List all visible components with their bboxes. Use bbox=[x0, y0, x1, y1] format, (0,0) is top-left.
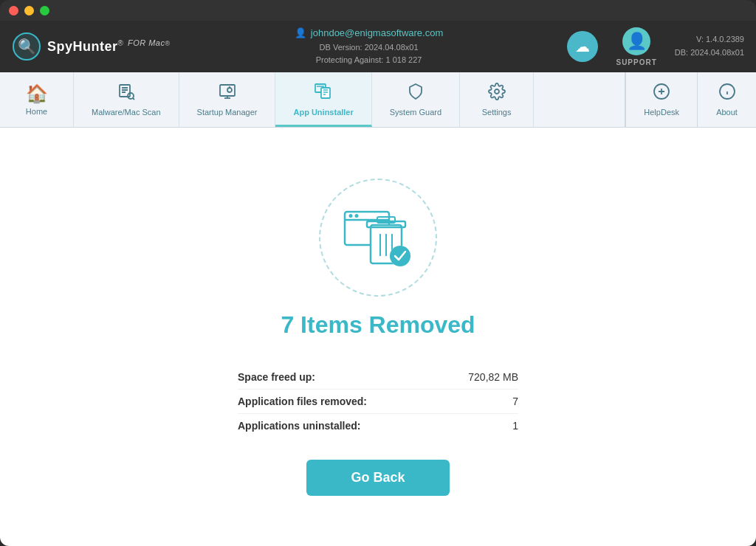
support-label: SUPPORT bbox=[616, 58, 656, 66]
stat-label-space: Space freed up: bbox=[238, 371, 315, 383]
nav-item-helpdesk[interactable]: HelpDesk bbox=[625, 72, 697, 127]
svg-point-7 bbox=[128, 93, 134, 99]
svg-point-20 bbox=[495, 89, 499, 94]
header-center: 👤 johndoe@enigmasoftware.com DB Version:… bbox=[171, 27, 568, 66]
user-email: 👤 johndoe@enigmasoftware.com bbox=[295, 27, 443, 38]
nav-label-app-uninstaller: App Uninstaller bbox=[293, 108, 353, 117]
header-bar: 🔍 SpyHunter® FOR Mac® 👤 johndoe@enigmaso… bbox=[0, 21, 756, 72]
version-db: DB: 2024.04.08x01 bbox=[675, 46, 744, 60]
nav-right: HelpDesk About bbox=[625, 72, 756, 127]
spyhunter-logo-icon: 🔍 bbox=[12, 32, 41, 61]
nav-label-startup-manager: Startup Manager bbox=[197, 108, 258, 117]
go-back-button[interactable]: Go Back bbox=[306, 460, 449, 496]
nav-label-home: Home bbox=[26, 107, 47, 116]
app-uninstaller-icon bbox=[314, 81, 333, 105]
home-icon: 🏠 bbox=[26, 83, 48, 104]
app-name: SpyHunter® FOR Mac® bbox=[47, 38, 171, 55]
nav-item-settings[interactable]: Settings bbox=[460, 72, 534, 127]
db-info: DB Version: 2024.04.08x01 Protecting Aga… bbox=[316, 41, 422, 66]
stat-value-files: 7 bbox=[512, 395, 518, 407]
stat-row-space: Space freed up: 720,82 MB bbox=[238, 365, 518, 390]
nav-item-startup-manager[interactable]: Startup Manager bbox=[179, 72, 276, 127]
header-right: ☁ 👤 SUPPORT V: 1.4.0.2389 DB: 2024.04.08… bbox=[567, 27, 744, 66]
main-content: 7 Items Removed Space freed up: 720,82 M… bbox=[0, 128, 756, 546]
maximize-button[interactable] bbox=[40, 6, 49, 15]
settings-icon bbox=[488, 83, 506, 105]
nav-item-app-uninstaller[interactable]: App Uninstaller bbox=[275, 72, 371, 127]
nav-item-system-guard[interactable]: System Guard bbox=[372, 72, 460, 127]
items-removed-title: 7 Items Removed bbox=[281, 311, 475, 339]
support-button[interactable]: 👤 SUPPORT bbox=[616, 27, 656, 66]
success-icon-container bbox=[319, 179, 437, 297]
nav-item-about[interactable]: About bbox=[697, 72, 756, 127]
nav-label-helpdesk: HelpDesk bbox=[644, 108, 679, 117]
stat-label-files: Application files removed: bbox=[238, 395, 367, 407]
nav-item-malware-scan[interactable]: Malware/Mac Scan bbox=[74, 72, 179, 127]
logo-area: 🔍 SpyHunter® FOR Mac® bbox=[12, 32, 171, 61]
helpdesk-icon bbox=[653, 83, 670, 105]
version-info: V: 1.4.0.2389 DB: 2024.04.08x01 bbox=[675, 33, 744, 59]
stat-value-space: 720,82 MB bbox=[468, 371, 518, 383]
logo-text: SpyHunter® FOR Mac® bbox=[47, 38, 171, 55]
nav-label-about: About bbox=[716, 108, 738, 117]
svg-line-8 bbox=[133, 98, 134, 100]
about-icon bbox=[718, 83, 736, 105]
stats-table: Space freed up: 720,82 MB Application fi… bbox=[238, 365, 518, 438]
nav-label-settings: Settings bbox=[482, 108, 512, 117]
stat-label-apps: Applications uninstalled: bbox=[238, 420, 360, 432]
stat-row-files: Application files removed: 7 bbox=[238, 390, 518, 414]
nav-label-malware-scan: Malware/Mac Scan bbox=[92, 108, 161, 117]
svg-point-12 bbox=[227, 88, 232, 92]
nav-label-system-guard: System Guard bbox=[390, 108, 441, 117]
version-number: V: 1.4.0.2389 bbox=[675, 33, 744, 46]
traffic-lights bbox=[9, 6, 49, 15]
download-icon[interactable]: ☁ bbox=[567, 31, 598, 62]
support-icon: 👤 bbox=[622, 27, 650, 55]
svg-rect-16 bbox=[321, 88, 330, 98]
person-icon: 👤 bbox=[295, 27, 306, 38]
stat-row-apps: Applications uninstalled: 1 bbox=[238, 414, 518, 438]
startup-manager-icon bbox=[219, 83, 236, 105]
system-guard-icon bbox=[407, 83, 425, 105]
nav-item-home[interactable]: 🏠 Home bbox=[0, 72, 74, 127]
stat-value-apps: 1 bbox=[512, 420, 518, 432]
svg-text:🔍: 🔍 bbox=[18, 38, 36, 55]
title-bar bbox=[0, 0, 756, 21]
nav-spacer bbox=[534, 72, 625, 127]
nav-bar: 🏠 Home Malware/Mac Scan Startup Manager bbox=[0, 72, 756, 128]
dashed-circle bbox=[319, 179, 437, 297]
malware-scan-icon bbox=[117, 83, 135, 105]
close-button[interactable] bbox=[9, 6, 18, 15]
minimize-button[interactable] bbox=[24, 6, 34, 15]
